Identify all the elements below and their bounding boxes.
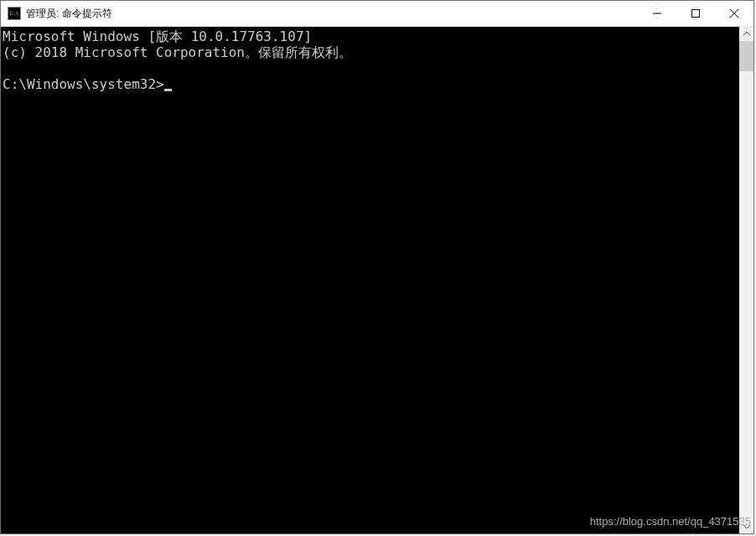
console-content[interactable]: Microsoft Windows [版本 10.0.17763.107] (c… [1, 27, 739, 533]
scroll-track[interactable] [739, 41, 753, 519]
cursor-icon [164, 89, 172, 91]
window-title: 管理员: 命令提示符 [26, 7, 638, 21]
maximize-button[interactable] [676, 1, 715, 26]
maximize-icon [691, 9, 700, 18]
app-icon-glyph: C:\ [10, 11, 19, 16]
console-prompt: C:\Windows\system32> [3, 76, 172, 92]
minimize-icon [653, 9, 661, 18]
scroll-up-button[interactable] [739, 27, 753, 41]
close-button[interactable] [715, 1, 753, 26]
vertical-scrollbar[interactable] [739, 27, 753, 533]
console-body: Microsoft Windows [版本 10.0.17763.107] (c… [1, 27, 753, 533]
prompt-text: C:\Windows\system32> [3, 76, 164, 92]
svg-rect-1 [692, 10, 700, 18]
titlebar[interactable]: C:\ 管理员: 命令提示符 [1, 1, 753, 27]
minimize-button[interactable] [638, 1, 676, 26]
window-controls [638, 1, 753, 26]
console-line-copyright: (c) 2018 Microsoft Corporation。保留所有权利。 [3, 44, 352, 60]
scroll-down-button[interactable] [739, 519, 753, 533]
console-line-version: Microsoft Windows [版本 10.0.17763.107] [3, 28, 312, 44]
scroll-thumb[interactable] [739, 41, 753, 71]
command-prompt-window: C:\ 管理员: 命令提示符 Microsoft Windows [版本 10.… [0, 0, 754, 534]
app-icon: C:\ [8, 7, 21, 20]
chevron-down-icon [743, 523, 750, 530]
close-icon [730, 9, 738, 18]
chevron-up-icon [743, 31, 750, 38]
